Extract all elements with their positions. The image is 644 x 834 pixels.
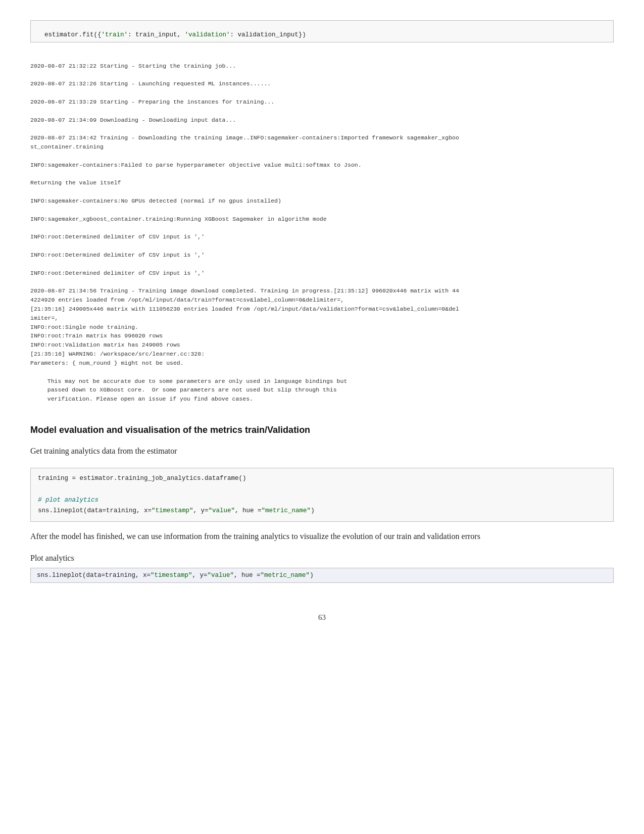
analytics-code-block: training = estimator.training_job_analyt…: [30, 468, 614, 522]
log-line-4-text: 2020-08-07 21:34:09 Downloading - Downlo…: [30, 117, 236, 123]
log-line-8-text: INFO:sagemaker-containers:No GPUs detect…: [30, 198, 281, 204]
page-number: 63: [30, 613, 614, 622]
estimator-fit-code: estimator.fit({'train': train_input, 'va…: [30, 20, 614, 42]
training-log-block: 2020-08-07 21:34:56 Training - Training …: [30, 283, 614, 370]
body-text-paragraph: After the model has finished, we can use…: [30, 530, 614, 543]
log-line-2-text: 2020-08-07 21:32:26 Starting - Launching…: [30, 80, 271, 87]
log-line-5-text: 2020-08-07 21:34:42 Training - Downloadi…: [30, 134, 459, 150]
log-line-12-text: INFO:root:Determined delimiter of CSV in…: [30, 270, 205, 276]
intro-text: Get training analytics data from the est…: [30, 445, 614, 458]
log-line-9-text: INFO:sagemaker_xgboost_container.trainin…: [30, 216, 327, 222]
log-line-3-text: 2020-08-07 21:33:29 Starting - Preparing…: [30, 99, 274, 105]
plot-code-block: sns.lineplot(data=training, x="timestamp…: [30, 568, 614, 583]
log-line-10-text: INFO:root:Determined delimiter of CSV in…: [30, 233, 205, 240]
log-output-section: 2020-08-07 21:32:22 Starting - Starting …: [30, 50, 614, 280]
log-line-7-text: Returning the value itself: [30, 179, 121, 186]
plot-analytics-label: Plot analytics: [30, 554, 614, 563]
log-line-6-text: INFO:sagemaker-containers:Failed to pars…: [30, 162, 362, 168]
section-heading: Model evaluation and visualisation of th…: [30, 425, 614, 435]
log-line-1: 2020-08-07 21:32:22 Starting - Starting …: [30, 63, 236, 69]
warning-log-block: This may not be accurate due to some par…: [40, 374, 614, 407]
log-line-11-text: INFO:root:Determined delimiter of CSV in…: [30, 252, 205, 258]
code-text: estimator.fit({'train': train_input, 'va…: [44, 31, 306, 38]
